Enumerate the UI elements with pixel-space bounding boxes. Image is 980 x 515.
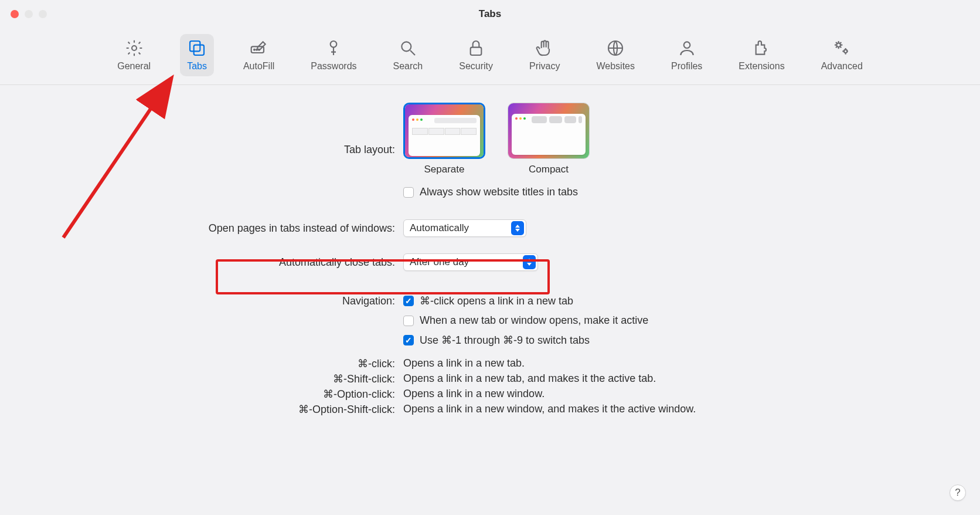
tab-layout-compact[interactable]: Compact (508, 103, 590, 175)
toolbar-tab-label: Search (393, 61, 423, 72)
navigation-label: Navigation: (18, 295, 403, 307)
gears-icon (832, 39, 851, 57)
toolbar-tab-label: General (117, 61, 151, 72)
lock-icon (467, 39, 485, 57)
toolbar-tab-extensions[interactable]: Extensions (731, 34, 791, 76)
search-icon (399, 39, 417, 57)
open-pages-label: Open pages in tabs instead of windows: (18, 222, 403, 235)
puzzle-icon (752, 39, 771, 57)
auto-close-label: Automatically close tabs: (18, 256, 403, 269)
svg-rect-2 (194, 45, 204, 55)
cmd-num-switch-checkbox[interactable] (403, 335, 414, 345)
tab-layout-label: Tab layout: (18, 103, 403, 156)
tab-layout-separate-preview (403, 103, 485, 159)
svg-point-5 (256, 49, 257, 50)
toolbar-tab-general[interactable]: General (110, 34, 158, 76)
toolbar-tab-profiles[interactable]: Profiles (664, 34, 709, 76)
svg-point-0 (132, 46, 137, 50)
shortcut-desc: Opens a link in a new tab, and makes it … (403, 372, 962, 385)
window-title: Tabs (0, 8, 980, 20)
toolbar-tab-label: AutoFill (243, 61, 274, 72)
always-show-titles-checkbox[interactable] (403, 187, 414, 198)
toolbar-tab-autofill[interactable]: AutoFill (236, 34, 281, 76)
svg-point-8 (401, 42, 411, 51)
shortcut-row: ⌘-Shift-click: Opens a link in a new tab… (18, 372, 962, 385)
tabs-icon (188, 39, 206, 57)
toolbar-tab-label: Privacy (529, 61, 560, 72)
svg-point-12 (837, 43, 841, 47)
new-tab-active-checkbox[interactable] (403, 316, 414, 326)
pencil-field-icon (250, 39, 268, 57)
auto-close-value: After one day (410, 256, 469, 268)
shortcut-key: ⌘-Shift-click: (18, 372, 403, 385)
tab-layout-compact-preview (508, 103, 590, 159)
toolbar-tab-label: Websites (596, 61, 635, 72)
help-label: ? (955, 487, 960, 499)
globe-icon (606, 39, 625, 57)
chevron-up-down-icon (511, 221, 524, 235)
shortcut-key: ⌘-Option-Shift-click: (18, 403, 403, 416)
preferences-content: Tab layout: Separate (0, 85, 980, 436)
help-button[interactable]: ? (950, 484, 966, 501)
toolbar-tab-label: Profiles (671, 61, 702, 72)
toolbar-tab-privacy[interactable]: Privacy (522, 34, 567, 76)
svg-point-11 (683, 42, 690, 48)
always-show-titles-label: Always show website titles in tabs (420, 186, 578, 198)
toolbar-tab-label: Extensions (739, 61, 784, 72)
cmd-click-label: ⌘-click opens a link in a new tab (420, 294, 573, 307)
shortcut-desc: Opens a link in a new window. (403, 388, 962, 401)
title-bar: Tabs (0, 0, 980, 28)
toolbar-tab-passwords[interactable]: Passwords (304, 34, 363, 76)
toolbar-tab-label: Passwords (311, 61, 356, 72)
toolbar-tab-advanced[interactable]: Advanced (814, 34, 870, 76)
tab-layout-separate[interactable]: Separate (403, 103, 485, 175)
toolbar-tab-websites[interactable]: Websites (589, 34, 642, 76)
toolbar-tab-search[interactable]: Search (386, 34, 430, 76)
key-icon (324, 39, 343, 57)
shortcut-key: ⌘-click: (18, 357, 403, 370)
svg-point-13 (844, 50, 847, 53)
gear-icon (125, 39, 144, 57)
cmd-num-switch-label: Use ⌘-1 through ⌘-9 to switch tabs (420, 334, 590, 347)
toolbar-tab-label: Advanced (821, 61, 863, 72)
new-tab-active-label: When a new tab or window opens, make it … (420, 314, 648, 327)
tab-layout-compact-label: Compact (529, 164, 569, 175)
svg-point-6 (258, 49, 260, 50)
open-pages-select[interactable]: Automatically (403, 219, 526, 237)
shortcut-desc: Opens a link in a new window, and makes … (403, 403, 962, 416)
toolbar-tab-security[interactable]: Security (452, 34, 500, 76)
svg-point-7 (331, 41, 337, 48)
chevron-up-down-icon (523, 255, 536, 269)
svg-rect-1 (190, 41, 200, 51)
tab-layout-separate-label: Separate (424, 164, 465, 175)
auto-close-select[interactable]: After one day (403, 253, 538, 271)
person-icon (678, 39, 696, 57)
shortcut-row: ⌘-click: Opens a link in a new tab. (18, 357, 962, 370)
svg-point-4 (254, 49, 255, 50)
shortcut-key: ⌘-Option-click: (18, 388, 403, 401)
hand-icon (535, 39, 554, 57)
cmd-click-checkbox[interactable] (403, 296, 414, 306)
svg-rect-9 (471, 48, 482, 55)
toolbar-tab-tabs[interactable]: Tabs (180, 34, 214, 76)
shortcut-row: ⌘-Option-Shift-click: Opens a link in a … (18, 403, 962, 416)
preferences-toolbar: General Tabs AutoFill Passwords Search S… (0, 28, 980, 85)
shortcut-row: ⌘-Option-click: Opens a link in a new wi… (18, 388, 962, 401)
open-pages-value: Automatically (410, 222, 469, 234)
toolbar-tab-label: Tabs (187, 61, 207, 72)
shortcut-desc: Opens a link in a new tab. (403, 357, 962, 370)
toolbar-tab-label: Security (459, 61, 493, 72)
